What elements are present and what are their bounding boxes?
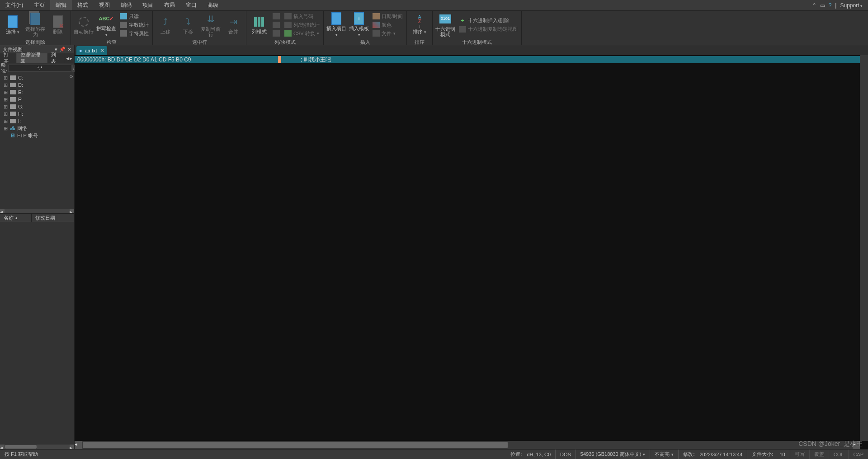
merge-button[interactable]: ⇥合并 [222, 12, 244, 38]
tab-close-icon[interactable]: ✕ [100, 47, 104, 54]
status-cap[interactable]: CAP [849, 450, 868, 459]
status-position[interactable]: 位置: dH, 13, C0 [506, 450, 556, 459]
sort-button[interactable]: AZ↓排序 [409, 12, 430, 38]
hex-copy-view-button[interactable]: 十六进制复制选定视图 [457, 25, 519, 33]
col-name[interactable]: 名称 [0, 214, 32, 222]
insert-color-button[interactable]: 颜色 [371, 21, 405, 29]
tree-item-d[interactable]: ⊞D: [0, 81, 74, 89]
menu-view[interactable]: 视图 [94, 0, 115, 10]
file-list[interactable] [0, 222, 74, 445]
ribbon-group-select-delete: 选择 选择另存为 删除 选择删除 [0, 11, 71, 45]
sidebar: 文件视图 ▾ 📌 ✕ 打开 资源管理器 列表 ◂ ▸ 筛选: › 📁 ⟳ ⊞C: [0, 45, 75, 449]
status-encoding[interactable]: 54936 (GB18030 简体中文) [576, 450, 651, 459]
char-props-button[interactable]: 字符属性 [118, 29, 151, 37]
insert-item-button[interactable]: 插入项目 [326, 12, 347, 38]
tree-item-i[interactable]: ⊞I: [0, 117, 74, 125]
save-selection-as-button[interactable]: 选择另存为 [24, 12, 46, 38]
move-up-button[interactable]: ⤴上移 [155, 12, 176, 38]
ribbon-group-hex: 0101十六进制模式 +十六进制插入/删除 十六进制复制选定视图 十六进制模式 [433, 11, 522, 45]
hex-line-0[interactable]: 00000000h: BD D0 CE D2 D0 A1 CD F5 B0 C9… [75, 56, 860, 63]
panel-close-icon[interactable]: ✕ [67, 47, 71, 52]
delete-button[interactable]: 删除 [47, 12, 69, 38]
column-mode-button[interactable]: 列模式 [248, 12, 270, 38]
ribbon: 选择 选择另存为 删除 选择删除 自动换行 ABC✓拼写检查 只读 字数统计 字… [0, 11, 868, 45]
tab-scroll-right-icon[interactable]: ▸ [70, 55, 72, 61]
insert-template-button[interactable]: T插入模板 [348, 12, 370, 38]
menu-file[interactable]: 文件(F) [0, 0, 28, 10]
menu-format[interactable]: 格式 [72, 0, 94, 10]
tab-filename: aa.txt [85, 48, 97, 53]
file-list-h-scrollbar[interactable]: ◂▸ [0, 445, 74, 449]
insert-number-button[interactable]: 插入号码 [283, 12, 321, 20]
filter-input[interactable] [8, 65, 71, 72]
tree-item-e[interactable]: ⊞E: [0, 89, 74, 96]
hex-ascii: ; 叫我小王吧 [301, 56, 331, 64]
refresh-icon[interactable]: ⟳ [70, 74, 73, 79]
col-stats-button[interactable]: 列/选择统计 [283, 21, 321, 29]
tab-strip: ● aa.txt ✕ [75, 45, 868, 55]
sidebar-tabs: 打开 资源管理器 列表 ◂ ▸ [0, 53, 74, 63]
tree-item-g[interactable]: ⊞G: [0, 103, 74, 110]
sidebar-tab-list[interactable]: 列表 [47, 53, 64, 63]
col-icon-3[interactable] [271, 29, 282, 37]
menu-advanced[interactable]: 高级 [202, 0, 224, 10]
word-count-button[interactable]: 字数统计 [118, 21, 151, 29]
tab-scroll-left-icon[interactable]: ◂ [66, 55, 69, 61]
tree-item-f[interactable]: ⊞F: [0, 96, 74, 103]
csv-convert-button[interactable]: CSV 转换 [283, 29, 321, 37]
hex-address: 00000000h: [75, 56, 106, 63]
status-readwrite[interactable]: 可写 [790, 450, 810, 459]
status-filesize: 文件大小: 10 [747, 450, 790, 459]
tab-modified-icon: ● [79, 48, 82, 53]
col-icon-1[interactable] [271, 12, 282, 20]
hex-insert-delete-button[interactable]: +十六进制插入/删除 [457, 17, 519, 25]
menu-encoding[interactable]: 编码 [115, 0, 137, 10]
status-bar: 按 F1 获取帮助 位置: dH, 13, C0 DOS 54936 (GB18… [0, 449, 868, 459]
hex-mode-button[interactable]: 0101十六进制模式 [434, 12, 456, 38]
ribbon-group-selected-line: ⤴上移 ⤵下移 ⇊复制当前行 ⇥合并 选中行 [153, 11, 246, 45]
hex-editor[interactable]: 00000000h: BD D0 CE D2 D0 A1 CD F5 B0 C9… [75, 55, 868, 449]
menu-bar: 文件(F) 主页 编辑 格式 视图 编码 项目 布局 窗口 高级 ⌃ ▭ ? |… [0, 0, 868, 11]
panel-pin-icon[interactable]: 📌 [59, 47, 66, 52]
hex-bytes[interactable]: BD D0 CE D2 D0 A1 CD F5 B0 C9 [106, 56, 191, 63]
ftp-icon: 🖥 [10, 132, 15, 139]
tree-h-scrollbar[interactable]: ◂▸ [0, 209, 74, 213]
status-modified: 修改: 2022/3/27 14:13:44 [679, 450, 747, 459]
menu-edit[interactable]: 编辑 [50, 0, 72, 10]
readonly-button[interactable]: 只读 [118, 12, 151, 20]
drive-tree[interactable]: ⟳ ⊞C: ⊞D: ⊞E: ⊞F: ⊞G: ⊞H: ⊞I: ⊞🖧网络 🖥FTP … [0, 73, 74, 209]
status-eol[interactable]: DOS [556, 450, 576, 459]
duplicate-line-button[interactable]: ⇊复制当前行 [200, 12, 222, 38]
tree-item-c[interactable]: ⊞C: [0, 74, 74, 81]
editor-h-scrollbar[interactable]: ◂▸ [75, 441, 860, 449]
tree-item-h[interactable]: ⊞H: [0, 110, 74, 117]
insert-date-button[interactable]: 日期/时间 [371, 12, 405, 20]
col-icon-2[interactable] [271, 21, 282, 29]
select-button[interactable]: 选择 [2, 12, 24, 38]
editor-v-scrollbar[interactable] [860, 55, 868, 441]
status-overwrite[interactable]: 覆盖 [810, 450, 829, 459]
status-highlight[interactable]: 不高亮 [650, 450, 679, 459]
drive-icon [10, 97, 16, 102]
menu-window[interactable]: 窗口 [180, 0, 202, 10]
menu-layout[interactable]: 布局 [159, 0, 180, 10]
col-modified[interactable]: 修改日期 [32, 214, 59, 222]
word-wrap-button[interactable]: 自动换行 [73, 12, 94, 38]
drive-icon [10, 112, 16, 116]
spell-check-button[interactable]: ABC✓拼写检查 [95, 12, 117, 38]
status-col[interactable]: COL [829, 450, 849, 459]
move-down-button[interactable]: ⤵下移 [177, 12, 199, 38]
tree-item-network[interactable]: ⊞🖧网络 [0, 125, 74, 132]
menu-home[interactable]: 主页 [28, 0, 50, 10]
window-icon[interactable]: ▭ [820, 2, 825, 9]
support-button[interactable]: Support [840, 2, 863, 9]
help-icon[interactable]: ? [829, 2, 832, 9]
menu-project[interactable]: 项目 [137, 0, 159, 10]
tree-item-ftp[interactable]: 🖥FTP 帐号 [0, 132, 74, 139]
sidebar-tab-explorer[interactable]: 资源管理器 [17, 53, 47, 63]
insert-file-button[interactable]: 文件 [371, 29, 405, 37]
collapse-ribbon-icon[interactable]: ⌃ [812, 2, 816, 9]
drive-icon [10, 90, 16, 94]
ribbon-group-check: 自动换行 ABC✓拼写检查 只读 字数统计 字符属性 检查 [71, 11, 153, 45]
file-tab-aa[interactable]: ● aa.txt ✕ [76, 46, 107, 55]
